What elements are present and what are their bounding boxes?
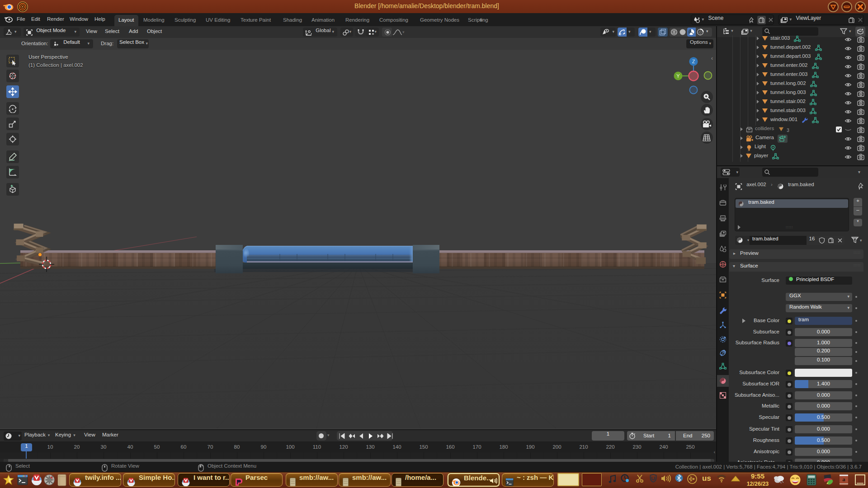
svg-text:Y: Y xyxy=(676,73,680,79)
svg-text:Z: Z xyxy=(692,59,695,64)
svg-text:a: a xyxy=(842,476,845,483)
